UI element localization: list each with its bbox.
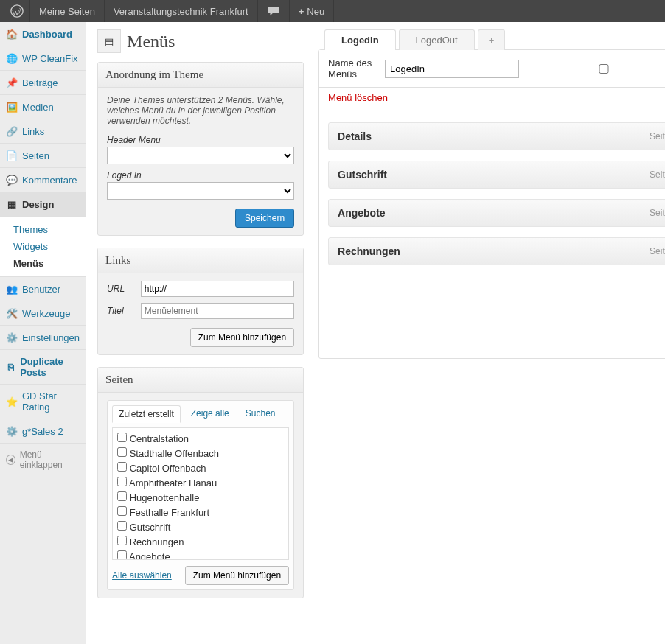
sidebar-item-cleanfix[interactable]: 🌐WP CleanFix: [0, 46, 86, 71]
links-box: Links URL Titel Zum Menü hinzufügen: [97, 248, 304, 355]
page-checkbox[interactable]: [117, 506, 127, 516]
admin-bar: Meine Seiten Veranstaltungstechnik Frank…: [0, 0, 665, 22]
menu-item[interactable]: GutschriftSeite: [328, 161, 665, 189]
menu-tab-logedout[interactable]: LogedOut: [399, 29, 475, 50]
my-sites-link[interactable]: Meine Seiten: [30, 0, 105, 22]
gear-icon: ⚙️: [6, 425, 18, 437]
menu-name-label: Name des Menüs: [328, 57, 377, 80]
menu-item-title: Angebote: [338, 207, 386, 219]
page-check-item[interactable]: Capitol Offenbach: [117, 461, 284, 475]
page-check-item[interactable]: Centralstation: [117, 431, 284, 446]
select-all-link[interactable]: Alle auswählen: [112, 570, 172, 581]
pages-box: Seiten Zuletzt erstellt Zeige alle Suche…: [97, 367, 304, 598]
star-icon: ⭐: [6, 396, 18, 407]
theme-locations-desc: Deine Themes unterstützen 2 Menüs. Wähle…: [107, 95, 294, 126]
sidebar-item-users[interactable]: 👥Benutzer: [0, 277, 86, 301]
page-icon: 📄: [6, 150, 18, 161]
main-content: ▤ Menüs Anordnung im Theme Deine Themes …: [86, 22, 665, 644]
sidebar-submenu-design: Themes Widgets Menüs: [0, 217, 86, 277]
tab-recent[interactable]: Zuletzt erstellt: [112, 405, 181, 423]
menu-item[interactable]: AngeboteSeite: [328, 199, 665, 227]
page-checkbox[interactable]: [117, 536, 127, 545]
page-checkbox[interactable]: [117, 477, 127, 486]
menu-checkbox-wrap[interactable]: N: [526, 63, 665, 74]
tab-all[interactable]: Zeige alle: [185, 405, 235, 423]
url-label: URL: [107, 284, 133, 294]
wp-logo[interactable]: [6, 0, 30, 22]
sidebar-item-links[interactable]: 🔗Links: [0, 119, 86, 144]
site-name-link[interactable]: Veranstaltungstechnik Frankfurt: [105, 0, 258, 22]
sidebar-item-pages[interactable]: 📄Seiten: [0, 144, 86, 168]
sidebar-item-gsales[interactable]: ⚙️g*Sales 2: [0, 419, 86, 444]
new-link[interactable]: +Neu: [290, 0, 334, 22]
page-check-item[interactable]: Rechnungen: [117, 534, 284, 549]
collapse-icon: ◀: [6, 455, 15, 465]
header-menu-label: Header Menu: [107, 135, 294, 145]
admin-sidebar: 🏠Dashboard 🌐WP CleanFix 📌Beiträge 🖼️Medi…: [0, 22, 86, 644]
menu-item-type: Seite: [650, 131, 665, 141]
sidebar-item-gdstar[interactable]: ⭐GD Star Rating: [0, 385, 86, 419]
url-input[interactable]: [141, 281, 294, 297]
menu-item-type: Seite: [650, 169, 665, 180]
menu-checkbox[interactable]: [526, 64, 665, 74]
sidebar-item-dashboard[interactable]: 🏠Dashboard: [0, 22, 86, 46]
logedin-menu-label: Loged In: [107, 170, 294, 181]
logedin-menu-select[interactable]: [107, 182, 294, 200]
settings-icon: ⚙️: [6, 332, 18, 343]
theme-locations-box: Anordnung im Theme Deine Themes unterstü…: [97, 62, 304, 236]
sidebar-item-design[interactable]: ▦Design: [0, 192, 86, 217]
theme-locations-heading: Anordnung im Theme: [98, 63, 303, 88]
cleanfix-icon: 🌐: [6, 52, 18, 64]
menus-icon: ▤: [97, 29, 121, 53]
page-check-item[interactable]: Gutschrift: [117, 519, 284, 534]
delete-menu-link[interactable]: Menü löschen: [328, 92, 388, 103]
page-title: Menüs: [127, 32, 175, 52]
page-check-item[interactable]: Amphitheater Hanau: [117, 475, 284, 490]
sidebar-sub-themes[interactable]: Themes: [9, 221, 86, 238]
tab-search[interactable]: Suchen: [240, 405, 282, 423]
menu-name-input[interactable]: [385, 60, 519, 78]
dashboard-icon: 🏠: [6, 28, 18, 40]
sidebar-item-dup-posts[interactable]: ⎘Duplicate Posts: [0, 350, 86, 385]
pages-checklist[interactable]: Centralstation Stadthalle Offenbach Capi…: [112, 427, 289, 560]
tools-icon: 🛠️: [6, 307, 18, 319]
sidebar-sub-menus[interactable]: Menüs: [9, 255, 86, 272]
header-menu-select[interactable]: [107, 147, 294, 164]
page-checkbox[interactable]: [117, 433, 127, 442]
page-checkbox[interactable]: [117, 447, 127, 457]
sidebar-item-posts[interactable]: 📌Beiträge: [0, 71, 86, 95]
menu-tabs: LogedIn LogedOut +: [324, 29, 665, 50]
menu-tab-logedin[interactable]: LogedIn: [324, 29, 396, 50]
appearance-icon: ▦: [6, 198, 18, 210]
menu-tab-add[interactable]: +: [478, 29, 506, 50]
page-check-item[interactable]: Festhalle Frankfurt: [117, 505, 284, 519]
sidebar-item-tools[interactable]: 🛠️Werkzeuge: [0, 301, 86, 326]
save-locations-button[interactable]: Speichern: [235, 209, 294, 228]
comments-link[interactable]: [258, 0, 290, 22]
add-link-button[interactable]: Zum Menü hinzufügen: [190, 328, 294, 347]
page-checkbox[interactable]: [117, 550, 127, 560]
menu-item[interactable]: DetailsSeite: [328, 122, 665, 150]
comments-icon: 💬: [6, 174, 18, 186]
collapse-menu[interactable]: ◀Menü einklappen: [0, 444, 86, 476]
page-checkbox[interactable]: [117, 491, 127, 501]
plus-icon: +: [299, 6, 304, 17]
menu-item-title: Details: [338, 130, 372, 142]
sidebar-item-settings[interactable]: ⚙️Einstellungen: [0, 326, 86, 350]
menu-item[interactable]: RechnungenSeite: [328, 237, 665, 265]
add-pages-button[interactable]: Zum Menü hinzufügen: [185, 566, 289, 585]
page-check-item[interactable]: Stadthalle Offenbach: [117, 446, 284, 461]
page-checkbox[interactable]: [117, 462, 127, 472]
users-icon: 👥: [6, 283, 18, 295]
title-label: Titel: [107, 306, 133, 316]
sidebar-item-comments[interactable]: 💬Kommentare: [0, 168, 86, 192]
page-checkbox[interactable]: [117, 521, 127, 531]
wordpress-icon: [10, 4, 24, 18]
page-check-item[interactable]: Hugenottenhalle: [117, 490, 284, 505]
sidebar-item-media[interactable]: 🖼️Medien: [0, 95, 86, 119]
page-check-item[interactable]: Angebote: [117, 549, 284, 560]
sidebar-sub-widgets[interactable]: Widgets: [9, 238, 86, 255]
link-icon: 🔗: [6, 125, 18, 137]
page-header: ▤ Menüs: [97, 29, 304, 53]
title-input[interactable]: [141, 303, 294, 319]
